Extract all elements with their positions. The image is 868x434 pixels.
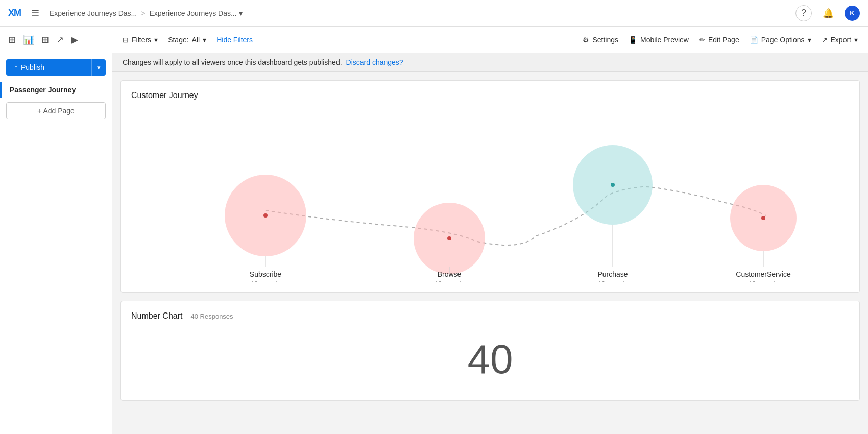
breadcrumb-dropdown-icon: ▾ bbox=[239, 9, 243, 17]
customer-journey-card: Customer Journey Subscribe 10 records bbox=[120, 80, 860, 293]
edit-page-icon: ✏ bbox=[699, 36, 705, 44]
publish-banner: Changes will apply to all viewers once t… bbox=[112, 53, 868, 72]
number-chart-value: 40 bbox=[468, 336, 513, 383]
number-chart-area: 40 bbox=[131, 329, 849, 390]
filter-icon: ⊟ bbox=[123, 36, 129, 44]
page-options-dropdown-icon: ▾ bbox=[808, 36, 811, 44]
publish-btn-wrapper: ↑ Publish ▾ bbox=[6, 59, 106, 76]
page-options-button[interactable]: 📄 Page Options ▾ bbox=[750, 36, 811, 44]
banner-message: Changes will apply to all viewers once t… bbox=[123, 58, 342, 66]
toolbar-actions: ⚙ Settings 📱 Mobile Preview ✏ Edit Page … bbox=[583, 36, 858, 44]
svg-point-11 bbox=[611, 183, 615, 187]
toolbar-left-icons: ⊞ 📊 ⊞ ↗ ▶ bbox=[0, 27, 112, 53]
share-icon[interactable]: ↗ bbox=[54, 32, 66, 47]
preview-icon[interactable]: ▶ bbox=[69, 32, 80, 47]
breadcrumb-item-2[interactable]: Experience Journeys Das... ▾ bbox=[149, 9, 242, 17]
export-icon: ↗ bbox=[822, 36, 828, 44]
number-chart-title: Number Chart bbox=[131, 311, 182, 321]
stage-button[interactable]: Stage: All ▾ bbox=[168, 36, 206, 44]
settings-icon: ⚙ bbox=[583, 36, 589, 44]
mobile-preview-icon: 📱 bbox=[629, 36, 637, 44]
svg-text:10 records: 10 records bbox=[251, 280, 280, 282]
publish-dropdown-icon: ▾ bbox=[97, 64, 101, 71]
hide-filters-button[interactable]: Hide Filters bbox=[216, 36, 253, 44]
page-options-label: Page Options bbox=[761, 36, 805, 44]
filter-dropdown-icon: ▾ bbox=[154, 36, 158, 44]
svg-point-16 bbox=[761, 216, 765, 220]
svg-point-6 bbox=[447, 236, 451, 240]
filters-label: Filters bbox=[132, 36, 151, 44]
svg-point-1 bbox=[263, 213, 268, 218]
edit-page-label: Edit Page bbox=[708, 36, 739, 44]
notifications-button[interactable]: 🔔 bbox=[820, 5, 836, 21]
mobile-preview-button[interactable]: 📱 Mobile Preview bbox=[629, 36, 689, 44]
export-label: Export bbox=[831, 36, 851, 44]
filters-button[interactable]: ⊟ Filters ▾ bbox=[123, 36, 158, 44]
svg-text:Purchase: Purchase bbox=[597, 270, 628, 278]
main-content: Changes will apply to all viewers once t… bbox=[112, 53, 868, 434]
svg-text:Subscribe: Subscribe bbox=[250, 270, 281, 278]
export-button[interactable]: ↗ Export ▾ bbox=[822, 36, 858, 44]
widget-icon[interactable]: ⊞ bbox=[39, 32, 51, 47]
breadcrumb: Experience Journeys Das... > Experience … bbox=[50, 9, 243, 17]
number-chart-card: Number Chart 40 Responses 40 bbox=[120, 301, 860, 401]
top-nav: XM ☰ Experience Journeys Das... > Experi… bbox=[0, 0, 868, 27]
svg-text:10 records: 10 records bbox=[598, 280, 628, 282]
stage-dropdown-icon: ▾ bbox=[203, 36, 206, 44]
svg-text:Browse: Browse bbox=[438, 270, 462, 278]
edit-page-button[interactable]: ✏ Edit Page bbox=[699, 36, 739, 44]
page-options-icon: 📄 bbox=[750, 36, 758, 44]
publish-label: Publish bbox=[21, 63, 44, 71]
number-chart-subtitle: 40 Responses bbox=[190, 312, 233, 320]
grid-icon[interactable]: ⊞ bbox=[6, 32, 18, 47]
settings-label: Settings bbox=[592, 36, 618, 44]
help-button[interactable]: ? bbox=[795, 5, 812, 21]
xm-logo: XM bbox=[8, 8, 21, 18]
breadcrumb-separator: > bbox=[141, 9, 145, 17]
publish-button[interactable]: ↑ Publish bbox=[6, 59, 91, 76]
toolbar-right: ⊟ Filters ▾ Stage: All ▾ Hide Filters ⚙ … bbox=[112, 36, 868, 44]
breadcrumb-item-1[interactable]: Experience Journeys Das... bbox=[50, 9, 137, 17]
chart-icon[interactable]: 📊 bbox=[21, 32, 36, 47]
discard-changes-link[interactable]: Discard changes? bbox=[346, 58, 403, 66]
customer-journey-title: Customer Journey bbox=[131, 91, 849, 100]
journey-chart: Subscribe 10 records Browse 10 records P… bbox=[131, 108, 849, 282]
publish-upload-icon: ↑ bbox=[14, 63, 18, 71]
export-dropdown-icon: ▾ bbox=[854, 36, 858, 44]
add-page-button[interactable]: + Add Page bbox=[6, 102, 106, 119]
stage-value: All bbox=[192, 36, 200, 44]
stage-label: Stage: bbox=[168, 36, 188, 44]
body-wrapper: ↑ Publish ▾ Passenger Journey + Add Page… bbox=[0, 53, 868, 434]
toolbar: ⊞ 📊 ⊞ ↗ ▶ ⊟ Filters ▾ Stage: All ▾ Hide … bbox=[0, 27, 868, 53]
hamburger-menu[interactable]: ☰ bbox=[27, 5, 43, 21]
mobile-preview-label: Mobile Preview bbox=[640, 36, 689, 44]
page-name: Passenger Journey bbox=[0, 82, 112, 98]
sidebar: ↑ Publish ▾ Passenger Journey + Add Page bbox=[0, 53, 112, 434]
avatar[interactable]: K bbox=[845, 6, 860, 21]
publish-dropdown-button[interactable]: ▾ bbox=[91, 59, 106, 76]
svg-text:10 records: 10 records bbox=[749, 280, 778, 282]
nav-actions: ? 🔔 K bbox=[795, 5, 860, 21]
settings-button[interactable]: ⚙ Settings bbox=[583, 36, 618, 44]
svg-text:10 records: 10 records bbox=[435, 280, 464, 282]
svg-text:CustomerService: CustomerService bbox=[736, 270, 791, 278]
